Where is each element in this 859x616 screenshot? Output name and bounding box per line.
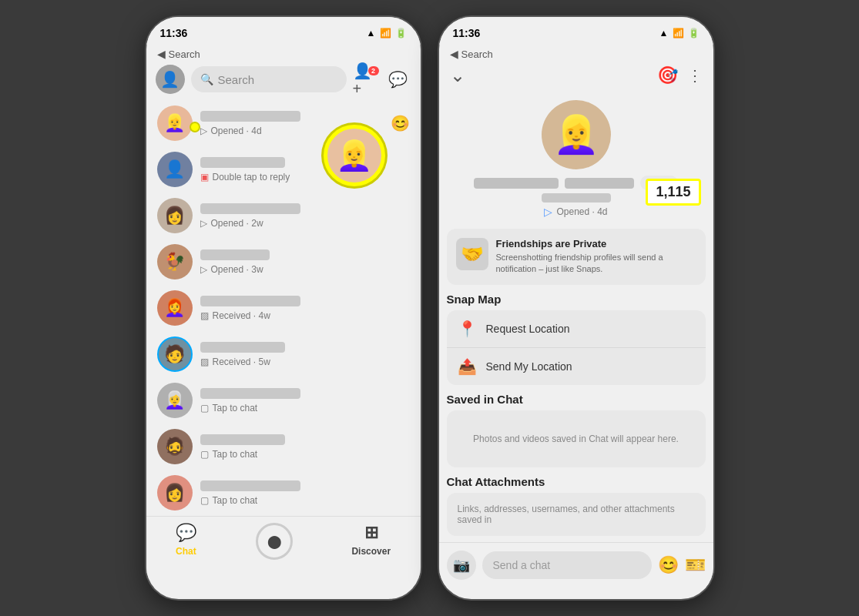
chat-item[interactable]: 👩 ▷ Opened · 2w xyxy=(146,192,421,239)
chat-name-1 xyxy=(200,111,300,122)
saved-empty-text: Photos and videos saved in Chat will app… xyxy=(447,410,706,467)
emoji-button[interactable]: 😊 xyxy=(658,555,679,575)
avatar-9: 👩 xyxy=(157,475,193,511)
right-screen: ◀ Search ⌄ 🎯 ⋮ 👱‍♀️ 1,115 xyxy=(439,45,713,588)
profile-actions: 🎯 ⋮ xyxy=(657,65,703,85)
saved-chat-card: Photos and videos saved in Chat will app… xyxy=(447,410,706,467)
received-icon-5: ▨ xyxy=(200,310,209,321)
chat-name-3 xyxy=(200,203,300,214)
tab-camera[interactable]: ⬤ xyxy=(256,523,293,560)
request-location-icon: 📍 xyxy=(458,320,477,338)
chat-info-9: ▢ Tap to chat xyxy=(200,480,410,506)
search-icon: 🔍 xyxy=(200,73,213,85)
chat-status-5: ▨ Received · 4w xyxy=(200,310,410,321)
chat-status-9: ▢ Tap to chat xyxy=(200,495,410,506)
yellow-dot-1 xyxy=(190,122,200,132)
send-chat-input[interactable]: Send a chat xyxy=(482,551,652,579)
right-status-icons: ▲ 📶 🔋 xyxy=(659,28,700,38)
profile-content: 👱‍♀️ 1,115 ▷ Opened · 4d 🤝 Friendships a… xyxy=(439,92,713,542)
add-friend-button[interactable]: 👤+ 2 xyxy=(353,66,379,92)
snap-map-card: 📍 Request Location 📤 Send My Location xyxy=(447,310,706,385)
discover-tab-icon: ⊞ xyxy=(364,523,378,543)
chat-attachments-title: Chat Attachments xyxy=(447,475,706,488)
chat-icon-7: ▢ xyxy=(200,403,209,413)
profile-username xyxy=(542,193,611,203)
chat-input-bar: 📷 Send a chat 😊 🎫 xyxy=(439,542,713,588)
right-signal-icon: ▲ xyxy=(659,28,669,38)
more-options-icon[interactable]: ⋮ xyxy=(687,66,703,85)
back-arrow-icon-right: ◀ xyxy=(450,48,458,60)
avatar-1: 👱‍♀️ xyxy=(157,105,193,141)
chat-name-5 xyxy=(200,296,300,306)
left-status-bar: 11:36 ▲ 📶 🔋 xyxy=(146,17,421,45)
back-arrow-icon: ◀ xyxy=(157,48,166,60)
highlighted-avatar: 👱‍♀️ xyxy=(324,125,385,186)
chat-item[interactable]: 👩 ▢ Tap to chat xyxy=(146,470,421,516)
chat-icon-8: ▢ xyxy=(200,449,209,460)
attachments-desc: Links, addresses, usernames, and other a… xyxy=(447,493,706,536)
send-location-row[interactable]: 📤 Send My Location xyxy=(447,348,706,385)
profile-display-name xyxy=(474,178,559,189)
chat-info-1: ▷ Opened · 4d xyxy=(200,111,410,136)
profile-header: ⌄ 🎯 ⋮ xyxy=(439,62,713,92)
chat-info-4: ▷ Opened · 3w xyxy=(200,249,410,275)
chat-info-8: ▢ Tap to chat xyxy=(200,434,410,460)
send-location-text: Send My Location xyxy=(486,360,572,373)
chat-item[interactable]: 🧑 ▨ Received · 5w xyxy=(146,331,421,377)
friendship-title: Friendships are Private xyxy=(496,238,696,249)
friendship-desc: Screenshotting friendship profiles will … xyxy=(496,252,696,276)
send-chat-placeholder: Send a chat xyxy=(493,559,551,571)
back-nav-left[interactable]: ◀ Search xyxy=(146,45,421,62)
back-label-right: Search xyxy=(461,49,493,60)
sticker-button[interactable]: 🎫 xyxy=(685,555,706,575)
request-location-row[interactable]: 📍 Request Location xyxy=(447,310,706,348)
chat-header: 👤 🔍 Search 👤+ 2 💬 xyxy=(146,62,421,100)
avatar-3: 👩 xyxy=(157,198,193,233)
right-phone: 11:36 ▲ 📶 🔋 ◀ Search ⌄ 🎯 ⋮ 👱‍♀️ xyxy=(438,15,715,601)
attachments-card: Links, addresses, usernames, and other a… xyxy=(447,493,706,536)
chat-name-6 xyxy=(200,342,285,353)
chat-tab-icon: 💬 xyxy=(176,523,196,543)
chat-item[interactable]: 🧔 ▢ Tap to chat xyxy=(146,424,421,470)
search-bar[interactable]: 🔍 Search xyxy=(191,66,347,92)
search-input-placeholder: Search xyxy=(218,73,255,86)
chat-item[interactable]: 👩‍🦳 ▢ Tap to chat xyxy=(146,377,421,424)
chat-info-6: ▨ Received · 5w xyxy=(200,342,410,367)
left-time: 11:36 xyxy=(160,27,188,39)
chat-status-3: ▷ Opened · 2w xyxy=(200,218,410,229)
avatar-7: 👩‍🦳 xyxy=(157,383,193,418)
chat-item[interactable]: 🐓 ▷ Opened · 3w xyxy=(146,239,421,285)
snap-arrow-icon: ▷ xyxy=(544,206,552,218)
tab-chat[interactable]: 💬 Chat xyxy=(176,523,196,557)
add-friend-badge: 2 xyxy=(368,66,379,75)
opened-icon-3: ▷ xyxy=(200,218,207,229)
friendship-icon: 🤝 xyxy=(456,238,488,270)
signal-icon: ▲ xyxy=(367,28,376,38)
emoji-reaction-1: 😊 xyxy=(391,114,410,132)
chat-new-button[interactable]: 💬 xyxy=(385,66,411,92)
chat-name-2 xyxy=(200,157,285,168)
score-annotation-box: 1,115 xyxy=(646,179,700,206)
request-location-text: Request Location xyxy=(486,323,570,335)
chat-tab-label: Chat xyxy=(176,546,196,557)
camera-button[interactable]: 📷 xyxy=(447,551,476,580)
camera-icon: ⬤ xyxy=(267,534,281,549)
bitmoji-icon[interactable]: 🎯 xyxy=(657,65,678,85)
received-icon-6: ▨ xyxy=(200,357,209,367)
back-nav-right[interactable]: ◀ Search xyxy=(439,45,713,62)
chat-name-8 xyxy=(200,434,285,445)
send-location-icon: 📤 xyxy=(458,357,477,376)
tab-discover[interactable]: ⊞ Discover xyxy=(351,523,391,557)
chat-status-4: ▷ Opened · 3w xyxy=(200,264,410,275)
avatar-4: 🐓 xyxy=(157,244,193,280)
avatar-image: 👱‍♀️ xyxy=(553,113,599,156)
chevron-down-button[interactable]: ⌄ xyxy=(450,65,465,86)
chat-item[interactable]: 👩‍🦰 ▨ Received · 4w xyxy=(146,285,421,331)
chat-status-8: ▢ Tap to chat xyxy=(200,449,410,460)
user-avatar-header[interactable]: 👤 xyxy=(156,65,185,94)
camera-circle: ⬤ xyxy=(256,523,293,560)
profile-last-name xyxy=(565,178,634,189)
battery-icon: 🔋 xyxy=(395,28,407,38)
chat-info-7: ▢ Tap to chat xyxy=(200,388,410,413)
friendship-card: 🤝 Friendships are Private Screenshotting… xyxy=(447,229,706,285)
